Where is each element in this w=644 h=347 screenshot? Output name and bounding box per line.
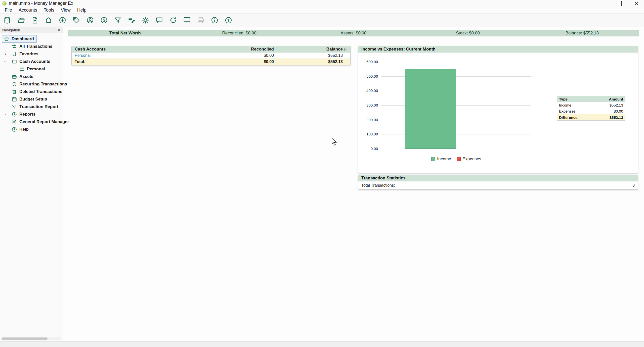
nav-item-label: Reports	[19, 112, 35, 117]
chart-gridline	[381, 120, 531, 120]
transaction-statistics-panel: Transaction Statistics Total Transaction…	[358, 175, 638, 189]
gear-icon	[142, 16, 149, 24]
new-transaction-button[interactable]	[57, 15, 67, 25]
summary-item-4: Balance: $552.13	[525, 31, 639, 36]
menu-tools[interactable]: Tools	[40, 7, 58, 13]
chart-area: IncomeExpenses TypeAmountIncome$552.13Ex…	[358, 53, 638, 173]
transaction-statistics-header: Transaction Statistics	[358, 175, 638, 181]
stats-value: 3	[632, 183, 635, 188]
chart-gridline	[381, 134, 531, 134]
account-list-button[interactable]	[44, 15, 54, 25]
help-circle-icon: ?	[12, 127, 17, 132]
sidebar-item-all-transactions[interactable]: All Transactions	[0, 43, 63, 50]
nav-item-label: Assets	[19, 74, 33, 79]
transaction-filter-button[interactable]	[113, 15, 123, 25]
mouse-cursor	[331, 138, 337, 146]
total-balance: $552.13	[274, 60, 343, 64]
general-report-manager-button[interactable]	[182, 15, 192, 25]
window-title: main.mmb - Money Manager Ex	[9, 1, 73, 6]
close-icon[interactable]: ✕	[58, 28, 61, 32]
sidebar-item-dashboard[interactable]: Dashboard	[2, 35, 37, 43]
news-button[interactable]	[154, 15, 164, 25]
trash-icon	[12, 89, 17, 94]
svg-text:$: $	[103, 18, 105, 23]
tag-icon	[72, 16, 80, 24]
comment-icon	[155, 16, 163, 24]
stats-label: Total Transactions:	[361, 183, 395, 188]
categories-button[interactable]	[71, 15, 81, 25]
nav-horizontal-scrollbar[interactable]	[2, 337, 62, 340]
legend-item-expenses: Expenses	[457, 157, 481, 162]
new-database-button[interactable]	[2, 15, 12, 25]
column-reconciled: Reconciled	[198, 47, 274, 52]
maximize-button[interactable]	[614, 0, 629, 7]
sidebar-item-assets[interactable]: Assets	[0, 73, 63, 80]
menu-accounts[interactable]: Accounts	[15, 7, 40, 13]
svg-text:?: ?	[14, 128, 15, 131]
maximize-icon	[621, 1, 622, 6]
scrollbar-thumb[interactable]	[2, 337, 48, 340]
close-button[interactable]: ×	[629, 0, 644, 7]
arrow-spacer	[4, 44, 12, 48]
collapse-link[interactable]: [-]	[343, 47, 347, 51]
print-button	[196, 15, 206, 25]
sidebar-item-reports[interactable]: Reports	[0, 111, 63, 118]
cash-total-row: Total: $0.00 $552.13	[72, 59, 350, 65]
database-icon	[3, 16, 11, 24]
currencies-button[interactable]: $	[99, 15, 109, 25]
chevron-right-icon[interactable]	[4, 52, 12, 56]
app-logo-icon	[2, 1, 7, 6]
options-button[interactable]	[140, 15, 150, 25]
sidebar-item-general-report-manager[interactable]: General Report Manager	[0, 118, 63, 126]
chart-ytick-label: 500.00	[358, 74, 378, 79]
sidebar-item-transaction-report[interactable]: Transaction Report	[0, 103, 63, 111]
account-link-personal[interactable]: Personal	[75, 53, 198, 58]
sidebar-item-personal[interactable]: Personal	[0, 65, 63, 73]
income-expenses-title: Income vs Expenses: Current Month	[361, 47, 436, 52]
menu-file[interactable]: File	[2, 7, 15, 13]
chevron-right-icon[interactable]	[4, 112, 12, 116]
funnel-icon	[114, 16, 122, 24]
nav-item-label: Budget Setup	[19, 97, 47, 102]
sidebar-item-favorites[interactable]: Favorites	[0, 50, 63, 58]
nav-item-label: Personal	[27, 67, 45, 72]
card-icon	[19, 66, 25, 72]
sidebar-item-help[interactable]: ?Help	[0, 126, 63, 133]
arrow-spacer	[4, 105, 12, 109]
transfer-icon	[12, 44, 17, 49]
sidebar-item-recurring-transactions[interactable]: Recurring Transactions	[0, 80, 63, 88]
income-expenses-header: Income vs Expenses: Current Month	[358, 46, 638, 53]
about-button[interactable]	[209, 15, 220, 25]
legend-label: Expenses	[462, 157, 481, 162]
chevron-down-icon[interactable]	[4, 60, 12, 64]
nav-items: DashboardAll TransactionsFavoritesCash A…	[0, 33, 63, 133]
summary-item-1: Reconciled: $0.00	[182, 31, 296, 36]
sidebar-item-budget-setup[interactable]: Budget Setup	[0, 95, 63, 103]
menu-help[interactable]: Help	[74, 7, 90, 13]
menu-view[interactable]: View	[58, 7, 74, 13]
new-account-button[interactable]	[30, 15, 40, 25]
summary-item-3: Stock: $0.00	[411, 31, 525, 36]
sidebar-item-cash-accounts[interactable]: Cash Accounts	[0, 58, 63, 65]
home-icon	[45, 16, 53, 24]
payees-button[interactable]	[85, 15, 95, 25]
legend-label: Income	[437, 157, 451, 162]
help-button[interactable]: ?	[223, 15, 233, 25]
reconciled-value: $0.00	[198, 53, 274, 58]
transaction-list-button[interactable]	[126, 15, 137, 25]
refresh-button[interactable]	[168, 15, 178, 25]
side-table-difference-row: Difference:$552.13	[557, 114, 625, 120]
menu-bar: FileAccountsToolsViewHelp	[0, 7, 644, 14]
nav-item-label: Cash Accounts	[19, 59, 50, 64]
minimize-button[interactable]	[599, 0, 614, 7]
balance-value: $552.13	[274, 53, 343, 58]
window-controls: ×	[599, 0, 644, 7]
arrow-spacer	[4, 120, 12, 124]
navigation-title: Navigation	[2, 28, 20, 32]
bookmark-icon	[12, 51, 17, 57]
legend-swatch-icon	[457, 157, 461, 161]
printer-icon	[197, 16, 205, 24]
sidebar-item-deleted-transactions[interactable]: Deleted Transactions	[0, 88, 63, 95]
open-database-button[interactable]	[16, 15, 26, 25]
toolbar: $?	[0, 14, 644, 27]
